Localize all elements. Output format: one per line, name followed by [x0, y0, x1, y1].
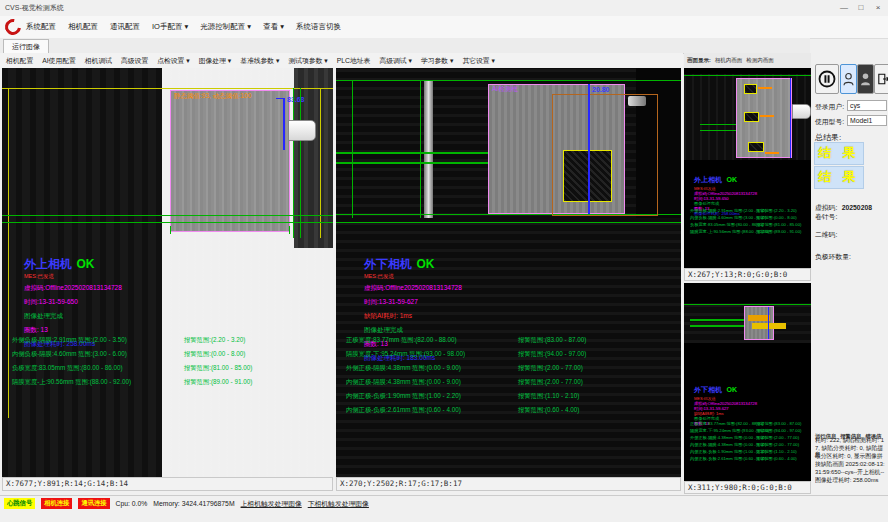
menu-item[interactable]: 系统配置 — [26, 22, 56, 32]
lower-thumbnail-pixel-status: X:311;Y:980;R:0;G:0;B:0 — [684, 481, 811, 494]
login-user-field[interactable]: cys — [847, 100, 887, 111]
green-baseline-2 — [2, 222, 333, 223]
operator-button[interactable] — [857, 64, 874, 94]
toolbar-item[interactable]: 基准线参数 ▾ — [240, 56, 279, 66]
measurement-row: 内侧正极-隔膜:4.38mm 范围:(0.00 - 9.00) 报警范围:(2.… — [690, 442, 808, 447]
gauge-line — [588, 84, 590, 214]
qr-code-label: 二维码: — [815, 230, 837, 240]
log-message[interactable]: 耗时: 222, 缺陷检测耗时: 17, 缺陷分类耗时: 0, 缺陷提取分区耗时… — [815, 436, 887, 496]
toolbar-item[interactable]: 高级调试 ▾ — [379, 56, 412, 66]
capture-time: 时间:13-31-59-650 — [24, 298, 122, 307]
maximize-icon[interactable]: □ — [853, 0, 869, 16]
minimize-icon[interactable]: — — [836, 0, 852, 16]
measurement-alarm-range: 报警范围:(1.10 - 2.10) — [518, 392, 579, 401]
measurement-alarm-range: 报警范围:(0.00 - 8.00) — [184, 350, 245, 359]
measurement-row: 隔膜宽度-上:90.56mm 范围:(88.00 - 92.00) 报警范围:(… — [690, 229, 808, 234]
measurement-row: 内侧正极-隔膜:4.38mm 范围:(0.00 - 9.00) 报警范围:(2.… — [346, 378, 681, 387]
bottom-status-bar: 心跳信号 相机连接 通讯连接 Cpu: 0.0% Memory: 3424.41… — [0, 495, 888, 511]
electrode-region — [170, 90, 290, 232]
measurement-value: 内侧正极-负极:1.90mm 范围:(1.00 - 2.20) — [690, 449, 756, 454]
toolbar-item[interactable]: 测试项参数 ▾ — [288, 56, 327, 66]
green-vertical-1 — [352, 80, 353, 218]
menu-item[interactable]: 系统语言切换 — [296, 22, 341, 32]
upper-camera-view[interactable]: 静态阈值:93, 动态阈值:100 83.68 外上相机 OK MES:已发送 … — [2, 68, 333, 477]
menu-item[interactable]: 相机配置 — [68, 22, 98, 32]
measurement-value: 正极宽度:83.77mm 范围:(82.00 - 88.00) — [690, 421, 756, 426]
measurement-alarm-range: 报警范围:(2.20 - 3.20) — [756, 208, 797, 213]
green-mid-line-2 — [336, 162, 488, 164]
user-login-button[interactable] — [840, 64, 857, 94]
model-select[interactable]: Model1 — [847, 115, 887, 126]
measurement-value: 外侧负极-隔膜:2.91mm 范围:(2.00 - 3.50) — [690, 208, 756, 213]
measurement-alarm-range: 报警范围:(2.20 - 3.20) — [184, 336, 245, 345]
close-icon[interactable]: × — [870, 0, 886, 16]
mes-status: MES:已发送 — [24, 273, 122, 280]
annotation-box-2 — [744, 112, 759, 122]
view-option-detect[interactable]: 检测内画面 — [746, 57, 774, 64]
result-badge-upper: 结 果 — [814, 142, 864, 165]
measurement-value: 负极宽度:83.05mm 范围:(80.00 - 86.00) — [690, 222, 756, 227]
lower-camera-trigger-link[interactable]: 下相机触发处理图像 — [308, 499, 369, 509]
right-sidebar: 登录用户: cys 使用型号: Model1 总结果: 结 果 结 果 虚拟码:… — [813, 56, 888, 512]
lower-camera-thumbnail[interactable]: 外下相机 OK MES:已发送 虚拟码:Offline2025020813134… — [684, 283, 811, 481]
green-mark-right — [289, 226, 290, 234]
toolbar-item[interactable]: AI使用配置 — [42, 56, 76, 66]
upper-camera-pixel-status: X:7677;Y:891;R:14;G:14;B:14 — [2, 477, 333, 491]
menu-bar: 系统配置相机配置通讯配置IO手配置 ▾光源控制配置 ▾查看 ▾系统语言切换 — [0, 16, 888, 39]
threshold-label: 静态阈值:93, 动态阈值:100 — [174, 92, 251, 101]
measurement-alarm-range: 报警范围:(94.00 - 97.00) — [518, 350, 586, 359]
menu-item[interactable]: 通讯配置 — [110, 22, 140, 32]
pause-icon — [818, 70, 836, 88]
upper-camera-trigger-link[interactable]: 上相机触发处理图像 — [241, 499, 302, 509]
view-display-header: 画面显示: 相机内画面 检测内画面 — [684, 53, 811, 68]
upper-thumbnail-pixel-status: X:267;Y:13;R:0;G:0;B:0 — [684, 268, 811, 281]
green-mark-left — [170, 226, 171, 234]
green-line-2 — [700, 130, 736, 131]
ring-count-label: 负极环数量: — [815, 252, 851, 262]
pause-button[interactable] — [815, 64, 839, 94]
view-option-camera[interactable]: 相机内画面 — [715, 57, 743, 64]
mes-status: MES:已发送 — [364, 273, 462, 280]
process-done: 图像处理完成 — [24, 312, 122, 321]
exit-button[interactable] — [874, 64, 888, 94]
result-badge-lower: 结 果 — [814, 166, 864, 189]
annotation-mark-3 — [765, 152, 779, 154]
measurement-value: 内侧正极-负极:2.61mm 范围:(0.60 - 4.00) — [690, 456, 756, 461]
heartbeat-badge: 心跳信号 — [4, 498, 35, 509]
measurement-alarm-range: 报警范围:(0.60 - 4.00) — [518, 406, 579, 415]
upper-camera-thumbnail[interactable]: 外上相机 OK MES:已发送 虚拟码:Offline2025020813134… — [684, 68, 811, 268]
cpu-usage: Cpu: 0.0% — [116, 500, 148, 507]
lower-camera-view[interactable]: AI检测框 20.80 外下相机 OK MES:已发送 虚拟码:Offline2… — [336, 68, 681, 477]
result-overlay-mini: 外下相机 OK MES:已发送 虚拟码:Offline2025020813134… — [694, 378, 757, 426]
tab-run-image[interactable]: 运行图像 — [3, 39, 49, 54]
measurement-alarm-range: 报警范围:(0.60 - 4.00) — [756, 456, 797, 461]
green-line-2 — [690, 325, 744, 327]
green-bottom-line-2 — [336, 222, 681, 223]
measurement-value: 正极宽度:83.77mm 范围:(82.00 - 88.00) — [346, 336, 518, 345]
toolbar-item[interactable]: 高级设置 — [121, 56, 148, 66]
menu-item[interactable]: 光源控制配置 ▾ — [200, 22, 251, 32]
menu-item[interactable]: IO手配置 ▾ — [152, 22, 188, 32]
toolbar-item[interactable]: 相机调试 — [85, 56, 112, 66]
toolbar-item[interactable]: PLC地址表 — [337, 56, 371, 66]
model-label: 使用型号: — [815, 117, 844, 127]
defect-label-2 — [752, 323, 786, 329]
measurement-list: 正极宽度:83.77mm 范围:(82.00 - 88.00) 报警范围:(83… — [346, 336, 681, 415]
toolbar-item[interactable]: 学习参数 ▾ — [421, 56, 454, 66]
toolbar-item[interactable]: 图像处理 ▾ — [199, 56, 232, 66]
measurement-alarm-range: 报警范围:(2.00 - 77.00) — [518, 364, 583, 373]
toolbar-item[interactable]: 点检设置 ▾ — [157, 56, 190, 66]
process-done: 图像处理完成 — [364, 326, 462, 335]
toolbar: 相机配置AI使用配置相机调试高级设置点检设置 ▾图像处理 ▾基准线参数 ▾测试项… — [0, 53, 683, 68]
toolbar-item[interactable]: 其它设置 ▾ — [462, 56, 495, 66]
measurement-value: 隔膜宽度-上:90.56mm 范围:(88.00 - 92.00) — [690, 229, 756, 234]
camera-result-ok: OK — [726, 386, 737, 393]
measurement-alarm-range: 报警范围:(89.00 - 91.00) — [184, 378, 252, 387]
measurement-value: 内侧正极-隔膜:4.38mm 范围:(0.00 - 9.00) — [346, 378, 518, 387]
menu-item[interactable]: 查看 ▾ — [263, 22, 284, 32]
measurement-alarm-range: 报警范围:(0.00 - 8.00) — [756, 215, 797, 220]
measurement-row: 内侧正极-负极:2.61mm 范围:(0.60 - 4.00) 报警范围:(0.… — [346, 406, 681, 415]
toolbar-item[interactable]: 相机配置 — [6, 56, 33, 66]
measurement-row: 正极宽度:83.77mm 范围:(82.00 - 88.00) 报警范围:(83… — [346, 336, 681, 345]
window-title: CVS-视觉检测系统 — [5, 0, 64, 16]
